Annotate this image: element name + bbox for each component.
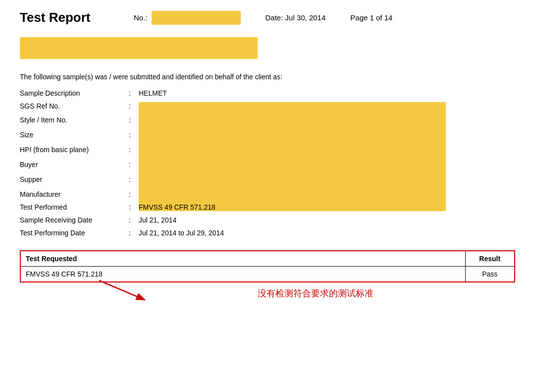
value-sample-description: HELMET [139, 88, 515, 99]
info-table: Sample Description : HELMET SGS Ref No. … [20, 88, 515, 240]
company-redacted-box [20, 37, 258, 59]
info-row-test-performing: Test Performing Date : Jul 21, 2014 to J… [20, 227, 515, 240]
label-buyer: Buyer [20, 159, 129, 170]
cell-test-name: FMVSS 49 CFR 571.218 [20, 267, 465, 282]
colon-supper: : [129, 174, 139, 185]
no-label: No.: [134, 13, 148, 22]
colon-sample-receiving: : [129, 215, 139, 225]
value-sample-receiving: Jul 21, 2014 [139, 215, 515, 225]
page-title: Test Report [20, 10, 119, 25]
label-test-performing: Test Performing Date [20, 227, 129, 238]
colon-test-performing: : [129, 227, 139, 238]
header-no-section: No.: [134, 11, 241, 25]
col-test-requested: Test Requested [20, 251, 465, 267]
label-sample-receiving: Sample Receiving Date [20, 215, 129, 225]
header-page: Page 1 of 14 [350, 13, 392, 22]
colon-manufacturer: : [129, 189, 139, 200]
info-row-test-performed: Test Performed : FMVSS 49 CFR 571.218 [20, 202, 515, 215]
label-style: Style / Item No. [20, 114, 129, 125]
label-sgs-ref: SGS Ref No. [20, 101, 129, 112]
annotation-text: 没有检测符合要求的测试标准 [258, 288, 374, 298]
colon-hpi: : [129, 144, 139, 155]
value-test-performing: Jul 21, 2014 to Jul 29, 2014 [139, 227, 515, 238]
colon-test-performed: : [129, 202, 139, 213]
label-supper: Supper [20, 174, 129, 185]
col-result: Result [465, 251, 515, 267]
label-size: Size [20, 129, 129, 140]
table-header-row: Test Requested Result [20, 251, 515, 267]
arrow-svg [94, 276, 223, 305]
colon-size: : [129, 129, 139, 140]
colon-style: : [129, 114, 139, 125]
label-test-performed: Test Performed [20, 202, 129, 213]
annotation-section: 没有检测符合要求的测试标准 [20, 282, 515, 299]
label-manufacturer: Manufacturer [20, 189, 129, 200]
intro-text: The following sample(s) was / were submi… [20, 73, 515, 81]
colon-buyer: : [129, 159, 139, 170]
label-sample-description: Sample Description [20, 88, 129, 99]
result-section: Test Requested Result FMVSS 49 CFR 571.2… [20, 250, 515, 299]
svg-line-1 [99, 280, 144, 299]
value-sgs-ref [139, 101, 515, 213]
value-test-performed: FMVSS 49 CFR 571.218 [139, 202, 515, 213]
label-hpi: HPI (from basic plane) [20, 144, 129, 155]
info-row-sample-description: Sample Description : HELMET [20, 88, 515, 101]
page-header: Test Report No.: Date: Jul 30, 2014 Page… [20, 10, 515, 25]
colon-sample-description: : [129, 88, 139, 99]
no-redacted-box [152, 11, 241, 25]
large-redacted-box [139, 102, 446, 211]
colon-sgs-ref: : [129, 101, 139, 112]
cell-result: Pass [465, 267, 515, 282]
info-row-sample-receiving: Sample Receiving Date : Jul 21, 2014 [20, 215, 515, 227]
header-date: Date: Jul 30, 2014 [266, 13, 326, 22]
